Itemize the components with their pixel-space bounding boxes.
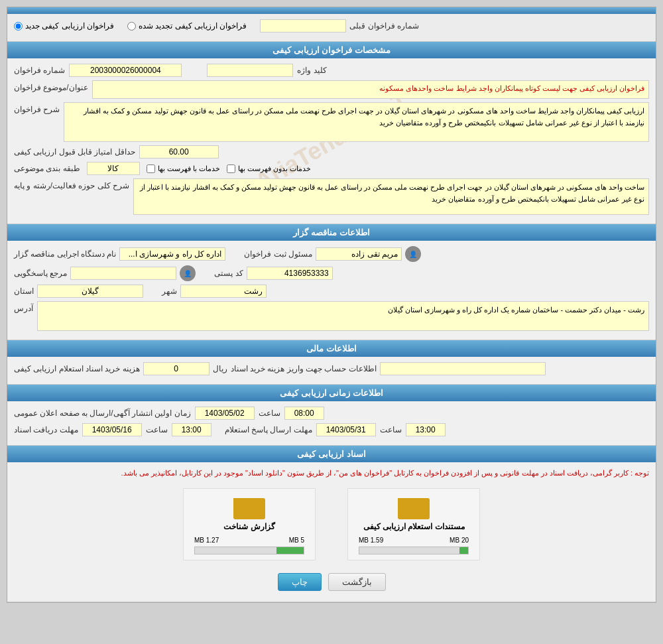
keyword-input[interactable] [207,64,293,77]
response-time-input[interactable] [406,423,446,436]
tender-number-input[interactable] [69,64,182,77]
postal-code-label: کد پستی [214,269,243,278]
responsible-label: مسئول ثبت فراخوان [244,249,312,259]
announce-label: زمان اولین انتشار آگهی/ارسال به صفحه اعل… [14,409,191,418]
announce-date-input[interactable] [195,407,255,420]
ref-label: مرجع پاسخگویی [14,269,67,278]
org-name-input[interactable] [119,247,225,261]
receive-time-input[interactable] [172,423,211,436]
org-header: اطلاعات مناقصه گزار [7,224,656,241]
checkbox-with-list[interactable]: خدمات با فهرست بها [147,164,220,173]
time-label3: ساعت [380,425,402,434]
org-name-label: نام دستگاه اجرایی مناقصه گزار [14,249,116,259]
description-label: شرح فراخوان [14,102,60,114]
radio-new[interactable]: فراخوان ارزیابی کیفی جدید [14,21,114,31]
file2-current: 1.27 MB [194,537,219,544]
checkbox-no-list-label: خدمات بدون فهرست بها [238,164,311,173]
purchase-fee-label: هزینه خرید اسناد استعلام ارزیابی کیفی [14,364,140,373]
description-value: ارزیابی کیفی پیمانکاران واجد شرایط ساخت … [64,102,649,142]
docs-header: اسناد ارزیابی کیفی [7,446,656,462]
file2-progress [194,547,304,554]
responsible-input[interactable] [316,247,402,261]
category-input[interactable] [87,162,140,175]
specs-header: مشخصات فراخوان ارزیابی کیفی [7,42,656,58]
category-label: طبقه بندی موضوعی [14,164,80,173]
account-info-label: اطلاعات حساب جهت واریز هزینه خرید اسناد [231,364,377,373]
file1-progress [359,547,469,554]
financial-header: اطلاعات مالی [7,340,656,357]
address-label: آدرس [14,301,33,313]
back-button[interactable]: بازگشت [328,573,386,591]
time-label1: ساعت [259,409,280,418]
ref-input[interactable] [70,267,176,280]
file1-card: مستندات استعلام ارزیابی کیفی 20 MB 1.59 … [347,488,480,560]
time-label2: ساعت [146,425,168,434]
scope-value: ساخت واحد های مسکونی در شهرهای استان گیل… [133,178,649,215]
radio-renewed-label: فراخوان ارزیابی کیفی تجدید شده [139,21,247,31]
file2-max: 5 MB [289,537,304,544]
prev-tender-label: شماره فراخوان قبلی [349,21,419,31]
city-input[interactable] [180,285,267,298]
response-date-input[interactable] [316,423,376,436]
file1-title: مستندات استعلام ارزیابی کیفی [363,522,465,531]
province-input[interactable] [37,285,143,298]
file2-progress-fill [276,547,304,554]
print-button[interactable]: چاپ [278,573,322,591]
tender-number-label: شماره فراخوان [14,66,65,75]
checkbox-no-list[interactable]: خدمات بدون فهرست بها [227,164,311,173]
file1-progress-fill [459,547,468,554]
folder-icon-1 [398,494,430,519]
account-info-input[interactable] [380,362,546,375]
address-value: رشت - میدان دکتر حشمت - ساختمان شماره یک… [37,301,649,331]
min-score-label: حداقل امتیاز قابل قبول ارزیابی کیفی [14,147,135,157]
radio-renewed[interactable]: فراخوان ارزیابی کیفی تجدید شده [127,21,247,31]
file1-current: 1.59 MB [359,537,383,544]
announce-time-input[interactable] [284,407,324,420]
radio-new-label: فراخوان ارزیابی کیفی جدید [25,21,114,31]
province-label: استان [14,287,34,296]
postal-code-input[interactable] [247,267,333,280]
responsible-avatar: 👤 [405,246,421,262]
notice-text: توجه : کاربر گرامی، دریافت اسناد در مهلت… [121,469,649,477]
receive-date-input[interactable] [82,423,142,436]
folder-icon-2 [233,494,265,519]
purchase-fee-input[interactable] [143,362,210,375]
min-score-input[interactable] [139,145,219,159]
file2-card: گزارش شناخت 5 MB 1.27 MB [183,488,316,560]
receive-deadline-label: مهلت دریافت اسناد [14,425,78,434]
prev-tender-input[interactable] [260,19,346,32]
checkbox-with-list-label: خدمات با فهرست بها [158,164,220,173]
file2-title: گزارش شناخت [223,522,274,531]
currency-label: ریال [213,364,227,373]
keyword-label: کلید واژه [297,66,326,75]
response-deadline-label: مهلت ارسال پاسخ استعلام [225,425,312,434]
city-label: شهر [162,287,177,296]
file1-max: 20 MB [450,537,469,544]
title-value: فراخوان ارزیابی کیفی جهت لیست کوتاه پیما… [92,80,649,99]
title-label: عنوان/موضوع فراخوان [14,80,88,92]
scope-label: شرح کلی حوزه فعالیت/رشته و پایه [14,178,129,190]
main-title [7,7,656,14]
ref-avatar: 👤 [180,265,196,281]
timing-header: اطلاعات زمانی ارزیابی کیفی [7,385,656,401]
